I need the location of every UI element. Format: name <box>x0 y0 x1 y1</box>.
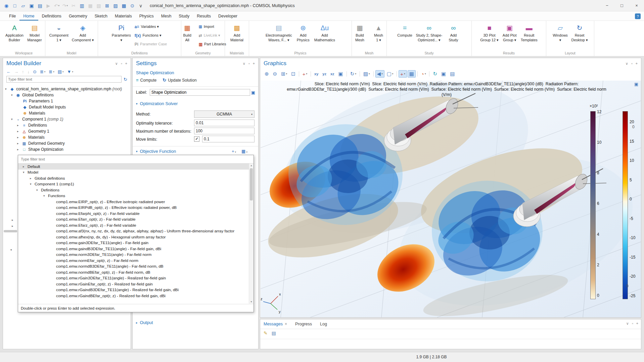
scroll-up-icon[interactable]: ▲ <box>249 164 254 167</box>
expression-list-item[interactable]: ▾ Model <box>18 170 249 176</box>
pin-panel-icon[interactable]: ⌖ <box>636 321 638 326</box>
expression-list-item[interactable]: comp1.emw.gain3DEfar_TE11(angle) - Far-f… <box>18 240 249 246</box>
customize-toolbar-icon[interactable]: ∨ <box>137 2 144 10</box>
expression-list-item[interactable]: ▾ Definitions <box>18 187 249 193</box>
parameters-button[interactable]: Pi Parameters ▾ <box>110 22 133 49</box>
show-grid-icon[interactable]: ▦ <box>408 70 416 78</box>
run-icon[interactable]: ▶ <box>45 2 52 10</box>
model-manager-button[interactable]: ▤ Model Manager <box>25 22 44 49</box>
expression-list-item[interactable]: comp1.emw.Efarz_opt(r, z) - Far-field va… <box>18 222 249 228</box>
filter-icon[interactable]: ▼▾ <box>67 69 73 74</box>
tree-chevron-icon[interactable]: ▸ <box>17 142 21 145</box>
optimality-tolerance-input[interactable] <box>194 120 255 126</box>
find-icon[interactable]: ⊙ <box>129 2 136 10</box>
comsol-logo-icon[interactable]: ◉ <box>3 2 10 10</box>
forward-icon[interactable]: → <box>14 69 18 74</box>
expression-list-item[interactable]: comp1.emw.Efarphi_opt(r, z) - Far-field … <box>18 211 249 217</box>
expression-list-item[interactable]: comp1.emw.rGainEfar_opt(r, z) - Realized… <box>18 281 249 287</box>
pin-panel-icon[interactable]: ⌖ <box>125 61 127 66</box>
study-2-shape-optimized-button[interactable]: ∞ Study 2, Shape- Optimized... ▾ <box>414 22 444 49</box>
3d-plot-group-12-button[interactable]: ■ 3D Plot Group 12 ▾ <box>478 22 500 49</box>
maximize-button[interactable]: □ <box>614 0 629 11</box>
tree-chevron-icon[interactable]: ▾ <box>11 93 15 97</box>
vertical-scrollbar[interactable]: ▲ ▼ <box>249 164 254 304</box>
result-templates-button[interactable]: ▬ Result Templates <box>519 22 539 49</box>
delete-icon[interactable]: ⊠ <box>103 2 111 10</box>
objective-function-section[interactable]: ▾ Objective Function <box>136 149 176 154</box>
expression-list-item[interactable]: comp1.emw.gaindB3DEfar_TE11(angle) - Far… <box>18 246 249 252</box>
tree-chevron-icon[interactable]: ▾ <box>10 248 12 252</box>
graphics-tool[interactable] <box>311 71 311 77</box>
tree-item[interactable]: ▸ ▥ Deformed Geometry <box>3 140 131 146</box>
model-tree-nodes-icon[interactable]: ▤▾ <box>58 69 64 74</box>
view-yz-icon[interactable]: yz <box>321 70 328 78</box>
tab-sketch[interactable]: Sketch <box>91 12 111 20</box>
tab-progress[interactable]: Progress <box>295 322 312 326</box>
show-axes-icon[interactable]: + ▾ <box>399 70 407 78</box>
add-material-button[interactable]: ▩ Add Material <box>228 22 246 49</box>
add-physics-button[interactable]: ⊛ Add Physics <box>294 22 313 49</box>
tab-home[interactable]: Home <box>19 12 38 20</box>
copy-icon[interactable]: ▥ <box>78 2 86 10</box>
color-palette-icon[interactable]: ◔ ▾ <box>419 70 428 78</box>
float-panel-icon[interactable]: ▫ <box>632 321 633 326</box>
expression-list-item[interactable]: comp1.emw.EIRPdB_opt(r, z) - Effective i… <box>18 205 249 211</box>
redo-icon[interactable]: ↷▾ <box>61 2 69 10</box>
view-xy-icon[interactable]: xy <box>313 70 320 78</box>
move-up-icon[interactable]: ↑ <box>22 69 24 74</box>
expand-all-icon[interactable]: ≣▾ <box>40 69 45 74</box>
zoom-in-icon[interactable]: ⊕ <box>263 70 271 78</box>
save-icon[interactable]: ▣ <box>28 2 35 10</box>
build-all-button[interactable]: ▦ Build All <box>178 22 197 49</box>
tree-item[interactable]: ▾ ◉ Global Definitions <box>3 92 131 98</box>
scene-camera-icon[interactable]: ▣ <box>337 70 345 78</box>
expression-list-item[interactable]: comp1.emw.rGaindB3DEfar_TE11(angle) - Re… <box>18 287 249 293</box>
refresh-icon[interactable]: ↻ <box>124 77 127 82</box>
expression-list-item[interactable]: comp1.emw.afhex(np, dx, dy) - Hexagonal … <box>18 234 249 240</box>
reset-desktop-button[interactable]: ↻ Reset Desktop ▾ <box>570 22 590 49</box>
rotate-view-icon[interactable]: ↻ ▾ <box>349 70 358 78</box>
graphics-tool[interactable] <box>360 71 360 77</box>
update-solution-button[interactable]: ↻Update Solution <box>163 78 196 83</box>
copy-messages-icon[interactable]: ▤ <box>272 330 276 336</box>
build-mesh-button[interactable]: ▦ Build Mesh <box>351 22 369 49</box>
add-mathematics-button[interactable]: Δu Add Mathematics <box>313 22 337 49</box>
tree-chevron-icon[interactable]: ▾ <box>43 194 48 197</box>
pin-panel-icon[interactable]: ⌖ <box>253 61 255 66</box>
tab-definitions[interactable]: Definitions <box>38 12 65 20</box>
save-as-icon[interactable]: ▤ <box>36 2 44 10</box>
tab-messages[interactable]: Messages× <box>264 322 287 326</box>
method-dropdown[interactable]: GCMMA▾ <box>194 110 255 118</box>
scrollbar-thumb[interactable] <box>250 168 253 200</box>
collapse-panel-icon[interactable]: ∨ <box>626 321 629 326</box>
optimization-solver-section[interactable]: ▾ Optimization Solver <box>136 101 178 106</box>
snapshot-icon[interactable]: ▣ <box>440 70 448 78</box>
move-limits-input[interactable] <box>202 136 255 142</box>
move-down-icon[interactable]: ↓ <box>28 69 30 74</box>
minimize-button[interactable]: − <box>600 0 614 11</box>
show-icon[interactable]: ⊙ <box>33 69 37 74</box>
tree-chevron-icon[interactable]: ▸ <box>17 130 21 133</box>
tree-chevron-icon[interactable]: ▸ <box>17 124 21 127</box>
graphics-tool[interactable] <box>373 71 374 77</box>
duplicate-icon[interactable]: ▧ <box>95 2 102 10</box>
tree-item[interactable]: ▸ □ Shape Optimization <box>3 146 131 152</box>
part-libraries-button[interactable]: ▥ Part Libraries <box>197 40 228 49</box>
expression-table-button[interactable]: ▦▾ <box>241 149 247 154</box>
expression-list-item[interactable]: comp1.emw.normdB3DEfar_TE11(angle) - Far… <box>18 264 249 270</box>
collapse-panel-icon[interactable]: ∨ <box>115 61 118 66</box>
functions-button[interactable]: f(x) Functions ▾ <box>133 31 169 40</box>
expression-list-item[interactable]: ▾ Functions <box>18 193 249 199</box>
tree-item[interactable]: ◆ Default Model Inputs <box>3 104 131 110</box>
back-icon[interactable]: ← <box>6 69 11 74</box>
tree-item[interactable]: ▾ ◈ conical_horn_lens_antenna_shape_opti… <box>3 86 131 92</box>
graphics-corner-icon[interactable]: ▣ <box>634 82 638 87</box>
update-plot-icon[interactable]: ↻ <box>431 70 439 78</box>
expression-list-item[interactable]: comp1.emw.af3(nx, ny, nz, dx, dy, dz, al… <box>18 228 249 234</box>
graphics-tool[interactable] <box>347 71 347 77</box>
select-icon[interactable]: ▨ <box>112 2 119 10</box>
graphics-tool[interactable] <box>397 71 397 77</box>
tree-chevron-icon[interactable]: ▸ <box>12 224 13 228</box>
import-button[interactable]: ⊞ Import <box>197 22 228 31</box>
expression-list-item[interactable]: comp1.emw.rGain3DEfar_TE11(angle) - Real… <box>18 275 249 281</box>
